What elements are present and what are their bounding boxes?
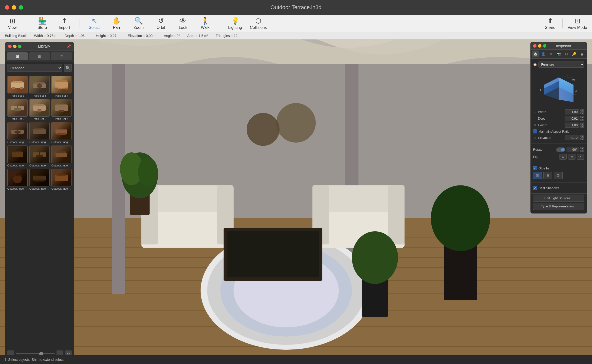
depth-down[interactable]: ▼ <box>580 119 584 121</box>
lounge7-thumbnail <box>7 169 28 186</box>
elevation-stepper: ▲ ▼ <box>580 135 584 140</box>
elevation-input[interactable] <box>565 135 579 140</box>
toolbar-share[interactable]: ⬆ Share <box>543 17 557 30</box>
toolbar-viewmode[interactable]: ⊡ View Mode <box>568 17 587 30</box>
info-elevation: Elevation = 0,00 m <box>128 34 156 38</box>
lounge3-thumbnail <box>51 122 72 140</box>
maximize-button[interactable] <box>19 5 23 10</box>
inspector-tab-furniture[interactable]: 🏠 <box>532 51 539 57</box>
inspector-tab-person[interactable]: 👤 <box>540 51 546 57</box>
minimize-button[interactable] <box>12 5 16 10</box>
svg-rect-75 <box>16 174 19 176</box>
list-item[interactable]: Outdoor...nge Set 7 <box>7 169 28 190</box>
inspector-pin[interactable]: → <box>581 44 584 48</box>
zoom-slider[interactable] <box>16 353 55 354</box>
lib-tab-grid2[interactable]: ▦ <box>29 52 50 60</box>
info-area: Area = 1,5 m² <box>187 34 208 38</box>
status-bar: ℹ Select objects. Shift to extend select… <box>0 355 592 364</box>
list-item[interactable]: Outdoor...nge Set 8 <box>29 169 50 190</box>
list-item[interactable]: Patio Set 2 <box>7 76 28 97</box>
height-down[interactable]: ▼ <box>580 125 584 128</box>
glue-ceiling-button[interactable]: ⊠ <box>554 172 563 179</box>
list-item[interactable]: Outdoor...unge Set 3 <box>51 122 72 144</box>
toolbar-collisions[interactable]: ⬡ Collisions <box>250 17 267 30</box>
lib-close[interactable] <box>8 45 12 48</box>
close-button[interactable] <box>5 5 9 10</box>
list-item[interactable]: Outdoor...nge Set 9 <box>51 169 72 190</box>
rotate-input[interactable] <box>567 147 579 152</box>
toolbar-orbit[interactable]: ↺ Orbit <box>153 17 168 30</box>
elevation-icon: ⬆ <box>533 136 537 140</box>
list-item[interactable]: Patio Set 5 <box>7 99 28 121</box>
rotate-up[interactable]: ▲ <box>580 147 584 149</box>
window-title: Outdoor Terrace.lh3d <box>271 4 321 11</box>
look-icon: 👁 <box>180 17 186 25</box>
info-angle: Angle = 0° <box>164 34 180 38</box>
depth-up[interactable]: ▲ <box>580 116 584 118</box>
toolbar-walk[interactable]: 🚶 Walk <box>198 17 213 30</box>
edit-light-sources-button[interactable]: Edit Light Sources... <box>533 195 584 202</box>
lib-tab-grid[interactable]: ⊞ <box>7 52 28 60</box>
maintain-aspect-label: Maintain Aspect Ratio <box>538 130 570 133</box>
list-item[interactable]: Outdoor...nge Set 4 <box>7 146 28 167</box>
maintain-aspect-checkbox[interactable]: ✓ <box>533 129 537 133</box>
inspector-minimize[interactable] <box>538 44 541 48</box>
library-pin[interactable]: 📌 <box>67 44 71 48</box>
toolbar-import[interactable]: ⬆ Import <box>57 17 72 30</box>
viewport[interactable] <box>0 39 592 364</box>
toolbar-pan[interactable]: ✋ Pan <box>109 17 124 30</box>
info-bar: Building Block Width = 0,75 m Depth = 1,… <box>0 32 592 39</box>
collisions-icon: ⬡ <box>255 17 261 25</box>
inspector-tab-edit[interactable]: ✏ <box>548 51 554 57</box>
elevation-down[interactable]: ▼ <box>580 138 584 140</box>
flip-right-button[interactable]: ► <box>577 154 584 160</box>
inspector-tab-camera[interactable]: 📷 <box>555 51 562 57</box>
inspector-tab-grid[interactable]: ▣ <box>579 51 585 57</box>
svg-text:W: W <box>572 79 575 82</box>
rotate-toggle[interactable] <box>556 147 565 152</box>
cast-shadows-checkbox[interactable]: ✓ <box>533 186 537 190</box>
list-item[interactable]: Outdoor...nge Set 6 <box>51 146 72 167</box>
inspector-close[interactable] <box>533 44 536 48</box>
lib-minimize[interactable] <box>13 45 17 48</box>
inspector-tab-key[interactable]: 🔑 <box>571 51 577 57</box>
elevation-up[interactable]: ▲ <box>580 135 584 138</box>
list-item[interactable]: Outdoor...unge Set 2 <box>29 122 50 144</box>
flip-up-button[interactable]: ▲ <box>559 154 567 160</box>
inspector-maximize[interactable] <box>543 44 546 48</box>
glue-wall-button[interactable]: ▣ <box>543 172 552 179</box>
list-item[interactable]: Patio Set 6 <box>29 99 50 121</box>
lounge3-name: Outdoor...unge Set 3 <box>51 141 72 144</box>
glue-floor-button[interactable]: ⊞ <box>533 172 542 179</box>
width-up[interactable]: ▲ <box>580 109 584 112</box>
list-item[interactable]: Patio Set 7 <box>51 99 72 121</box>
flip-left-button[interactable]: ◄ <box>568 154 575 160</box>
toolbar-store[interactable]: 🏪 Store <box>35 17 50 30</box>
svg-rect-71 <box>36 155 43 157</box>
inspector-header: Inspector → <box>531 42 587 50</box>
list-item[interactable]: Outdoor...nge Set 5 <box>29 146 50 167</box>
library-category-select[interactable]: Outdoor Indoor Bathroom Kitchen <box>7 64 62 72</box>
glue-checkbox[interactable]: ✓ <box>533 166 537 170</box>
toolbar-lighting[interactable]: 💡 Lighting <box>228 17 242 30</box>
lib-tab-list[interactable]: ≡ <box>51 52 72 60</box>
inspector-tab-settings[interactable]: ⚙ <box>563 51 570 57</box>
height-input[interactable] <box>565 123 579 128</box>
lib-maximize[interactable] <box>18 45 21 48</box>
width-input[interactable] <box>565 109 579 114</box>
type-representation-button[interactable]: Type & Representation... <box>533 203 584 210</box>
patio7-thumbnail <box>51 99 72 117</box>
list-item[interactable]: Patio Set 3 <box>29 76 50 97</box>
library-search-button[interactable]: 🔍 <box>64 64 72 72</box>
toolbar-zoom[interactable]: 🔍 Zoom <box>131 17 146 30</box>
depth-input[interactable] <box>565 116 579 121</box>
toolbar-view[interactable]: ⊞ View <box>5 17 20 30</box>
toolbar-select[interactable]: ↖ Select <box>87 17 102 30</box>
height-up[interactable]: ▲ <box>580 123 584 125</box>
toolbar-look[interactable]: 👁 Look <box>176 17 190 30</box>
category-select[interactable]: Furniture Lighting Decor <box>538 61 584 68</box>
width-down[interactable]: ▼ <box>580 112 584 114</box>
list-item[interactable]: Patio Set 4 <box>51 76 72 97</box>
list-item[interactable]: Outdoor...unge Set 1 <box>7 122 28 144</box>
rotate-down[interactable]: ▼ <box>580 150 584 152</box>
